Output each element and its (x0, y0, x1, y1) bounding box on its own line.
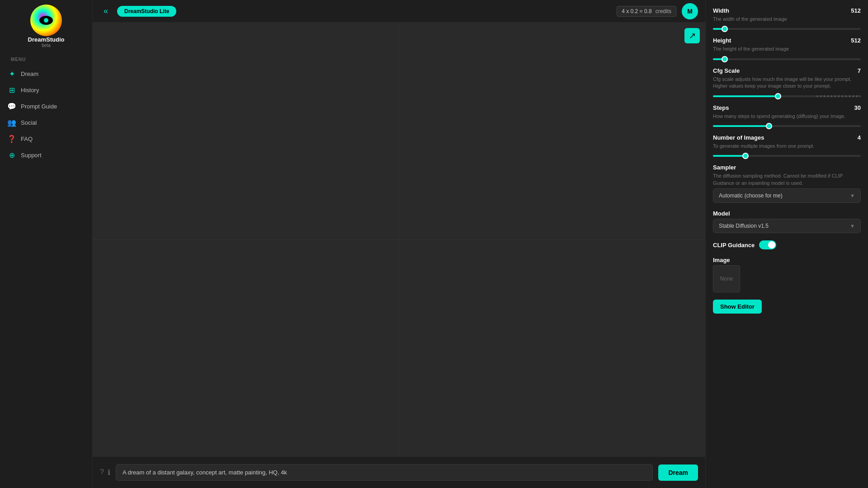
sidebar-item-faq[interactable]: ❓ FAQ (0, 131, 92, 147)
canvas-cell-3 (93, 240, 399, 457)
sidebar-item-social[interactable]: 👥 Social (0, 114, 92, 131)
show-editor-button[interactable]: Show Editor (713, 300, 762, 314)
canvas-area: ↗ (93, 23, 705, 456)
canvas-cell-1 (93, 23, 399, 239)
prompt-input[interactable] (116, 464, 653, 481)
image-label: Image (713, 257, 861, 263)
sidebar: DreamStudio beta MENU ✦ Dream ⊞ History … (0, 0, 93, 488)
sidebar-item-label-social: Social (21, 119, 37, 126)
height-desc: The height of the generated image (713, 46, 861, 52)
sidebar-item-label-history: History (21, 87, 39, 94)
sampler-desc: The diffusion sampling method. Cannot be… (713, 173, 861, 187)
width-slider[interactable] (713, 28, 861, 30)
width-control: Width 512 The width of the generated ima… (713, 7, 861, 30)
sidebar-item-history[interactable]: ⊞ History (0, 82, 92, 98)
sampler-dropdown-arrow: ▼ (850, 193, 855, 198)
model-dropdown[interactable]: Stable Diffusion v1.5 ▼ (713, 219, 861, 233)
steps-header: Steps 30 (713, 104, 861, 111)
cfg-scale-slider[interactable] (713, 95, 861, 97)
logo-eye-icon (39, 16, 53, 25)
cfg-scale-value: 7 (858, 67, 861, 74)
width-value: 512 (851, 7, 861, 14)
active-tab[interactable]: DreamStudio Lite (117, 6, 176, 17)
sidebar-item-prompt-guide[interactable]: 💬 Prompt Guide (0, 98, 92, 114)
dream-button[interactable]: Dream (658, 465, 698, 481)
brand-beta: beta (28, 43, 65, 48)
credits-display: 4 x 0.2 = 0.8 credits (617, 6, 676, 17)
height-label: Height (713, 37, 731, 44)
model-control: Model Stable Diffusion v1.5 ▼ (713, 210, 861, 233)
prompt-bar: ? ℹ Dream (93, 456, 705, 488)
sidebar-item-label-support: Support (21, 152, 42, 159)
right-panel: Width 512 The width of the generated ima… (705, 0, 868, 488)
toggle-knob (768, 241, 775, 249)
info-icon[interactable]: ℹ (108, 468, 110, 477)
width-desc: The width of the generated image (713, 16, 861, 23)
sidebar-item-dream[interactable]: ✦ Dream (0, 66, 92, 82)
model-dropdown-arrow: ▼ (850, 223, 855, 229)
steps-value: 30 (854, 104, 861, 111)
topbar: « DreamStudio Lite 4 x 0.2 = 0.8 credits… (93, 0, 705, 23)
canvas-cell-2 (399, 23, 705, 239)
cfg-scale-label: Cfg Scale (713, 67, 740, 74)
image-none-box[interactable]: None (713, 265, 740, 292)
canvas-cell-4 (399, 240, 705, 457)
height-slider[interactable] (713, 58, 861, 60)
sidebar-item-label-dream: Dream (21, 70, 38, 77)
height-value: 512 (851, 37, 861, 44)
sidebar-item-support[interactable]: ⊕ Support (0, 147, 92, 163)
history-icon: ⊞ (7, 85, 16, 94)
steps-slider[interactable] (713, 125, 861, 127)
sampler-selected: Automatic (choose for me) (719, 192, 783, 199)
num-images-desc: To generate multiple images from one pro… (713, 143, 861, 150)
clip-guidance-control: CLIP Guidance (713, 240, 861, 249)
collapse-button[interactable]: « (100, 5, 112, 18)
model-selected: Stable Diffusion v1.5 (719, 223, 769, 229)
support-icon: ⊕ (7, 150, 16, 160)
sidebar-brand: DreamStudio beta (28, 36, 65, 48)
credits-formula: 4 x 0.2 = 0.8 (622, 8, 651, 14)
brand-name: DreamStudio (28, 36, 65, 43)
num-images-value: 4 (858, 134, 861, 141)
clip-guidance-label: CLIP Guidance (713, 242, 755, 249)
image-control: Image None (713, 257, 861, 292)
export-button[interactable]: ↗ (684, 28, 700, 43)
num-images-label: Number of Images (713, 134, 764, 141)
cfg-scale-desc: Cfg scale adjusts how much the image wil… (713, 76, 861, 90)
num-images-header: Number of Images 4 (713, 134, 861, 141)
credits-label: credits (656, 8, 671, 14)
num-images-slider[interactable] (713, 155, 861, 157)
sampler-control: Sampler The diffusion sampling method. C… (713, 164, 861, 203)
sampler-header: Sampler (713, 164, 861, 171)
steps-control: Steps 30 How many steps to spend generat… (713, 104, 861, 127)
app-logo (30, 5, 62, 36)
steps-desc: How many steps to spend generating (diff… (713, 113, 861, 120)
width-header: Width 512 (713, 7, 861, 14)
main-content: « DreamStudio Lite 4 x 0.2 = 0.8 credits… (93, 0, 705, 488)
clip-guidance-toggle[interactable] (759, 240, 776, 249)
prompt-guide-icon: 💬 (7, 102, 16, 111)
height-header: Height 512 (713, 37, 861, 44)
menu-label: MENU (0, 57, 26, 62)
dream-icon: ✦ (7, 69, 16, 78)
height-control: Height 512 The height of the generated i… (713, 37, 861, 60)
image-none-label: None (720, 276, 733, 282)
prompt-icon-group: ? ℹ (100, 468, 110, 477)
user-avatar[interactable]: M (682, 3, 698, 19)
sampler-dropdown[interactable]: Automatic (choose for me) ▼ (713, 188, 861, 203)
cfg-scale-control: Cfg Scale 7 Cfg scale adjusts how much t… (713, 67, 861, 97)
sidebar-item-label-faq: FAQ (21, 136, 33, 142)
num-images-control: Number of Images 4 To generate multiple … (713, 134, 861, 157)
sampler-label: Sampler (713, 164, 736, 171)
export-icon: ↗ (689, 31, 696, 41)
width-label: Width (713, 7, 729, 14)
help-icon[interactable]: ? (100, 468, 104, 477)
model-header: Model (713, 210, 861, 217)
model-label: Model (713, 210, 730, 217)
sidebar-item-label-prompt-guide: Prompt Guide (21, 103, 57, 110)
social-icon: 👥 (7, 118, 16, 127)
faq-icon: ❓ (7, 134, 16, 143)
steps-label: Steps (713, 104, 729, 111)
topbar-right: 4 x 0.2 = 0.8 credits M (617, 3, 698, 19)
cfg-scale-header: Cfg Scale 7 (713, 67, 861, 74)
